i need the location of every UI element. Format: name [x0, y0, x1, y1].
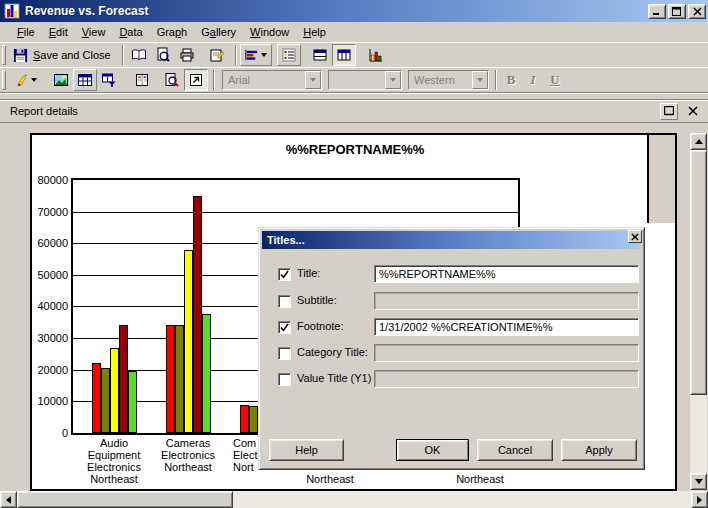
value-title-y1-checkbox[interactable]: [278, 373, 291, 386]
format-pen-button[interactable]: [9, 69, 41, 91]
font-family-combo[interactable]: Arial: [222, 70, 322, 90]
open-book-icon: [131, 47, 147, 63]
layout-columns-icon: [336, 47, 352, 63]
field-chooser-button[interactable]: [277, 44, 301, 66]
panel-maximize-button[interactable]: [660, 103, 678, 120]
layout-rows-icon: [312, 47, 328, 63]
window-titlebar[interactable]: Revenue vs. Forecast: [0, 0, 708, 22]
menu-item-graph[interactable]: Graph: [150, 23, 195, 41]
toolbar-grip[interactable]: [2, 45, 6, 65]
open-book-button[interactable]: [127, 44, 151, 66]
save-and-close-label: Save and Close: [33, 49, 111, 61]
font-family-dropdown[interactable]: [305, 71, 321, 89]
menu-bar: FileEditViewDataGraphGalleryWindowHelp: [0, 22, 708, 42]
horizontal-scrollbar[interactable]: [0, 491, 708, 508]
underline-button[interactable]: U: [544, 69, 566, 91]
category-title-input: [374, 344, 639, 362]
data-grid-icon: [77, 72, 93, 88]
ok-button[interactable]: OK: [396, 439, 469, 461]
italic-button[interactable]: I: [522, 69, 544, 91]
chart-type-icon: [244, 48, 259, 63]
category-label-northeast-2: Northeast: [440, 473, 520, 485]
y-tick-20000: 20000: [30, 364, 68, 376]
y-tick-50000: 50000: [30, 269, 68, 281]
menu-item-gallery[interactable]: Gallery: [194, 23, 243, 41]
vertical-scroll-thumb[interactable]: [690, 150, 707, 395]
script-dropdown[interactable]: [472, 71, 488, 89]
menu-item-window[interactable]: Window: [243, 23, 296, 41]
horizontal-scroll-thumb[interactable]: [17, 491, 233, 508]
insert-graph-button[interactable]: [364, 44, 388, 66]
dialog-titlebar[interactable]: Titles...: [262, 231, 641, 249]
title-checkbox[interactable]: [278, 268, 291, 281]
script-combo[interactable]: Western: [408, 70, 489, 90]
footnote-input[interactable]: 1/31/2002 %%CREATIONTIME%%: [374, 318, 639, 336]
report-properties-button[interactable]: [205, 44, 229, 66]
zoom-page-icon: [164, 72, 180, 88]
panel-title: Report details: [10, 105, 654, 117]
scroll-left-button[interactable]: [0, 491, 17, 508]
zoom-page-button[interactable]: [160, 69, 184, 91]
y-tick-40000: 40000: [30, 300, 68, 312]
filter-grid-button[interactable]: [97, 69, 121, 91]
print-preview-icon: [155, 47, 171, 63]
y-tick-60000: 60000: [30, 237, 68, 249]
scroll-right-button[interactable]: [691, 491, 708, 508]
record-book-button[interactable]: [130, 69, 154, 91]
value-title-y1-input: [374, 370, 639, 388]
bold-button[interactable]: B: [500, 69, 522, 91]
chevron-down-icon: [390, 78, 396, 82]
close-icon: [693, 7, 702, 16]
layout-rows-button[interactable]: [308, 44, 332, 66]
footnote-label: Footnote:: [297, 320, 343, 332]
panel-close-button[interactable]: [684, 103, 702, 120]
insert-picture-button[interactable]: [49, 69, 73, 91]
category-label-northeast-1: Northeast: [290, 473, 370, 485]
apply-button[interactable]: Apply: [561, 439, 637, 461]
category-title-checkbox[interactable]: [278, 347, 291, 360]
dialog-close-button[interactable]: [628, 230, 642, 243]
close-button[interactable]: [688, 4, 706, 19]
menu-item-data[interactable]: Data: [112, 23, 149, 41]
print-button[interactable]: [175, 44, 199, 66]
save-and-close-button[interactable]: Save and Close: [9, 44, 119, 66]
print-preview-button[interactable]: [151, 44, 175, 66]
footnote-checkbox[interactable]: [278, 321, 291, 334]
maximize-icon: [672, 7, 682, 16]
maximize-button[interactable]: [668, 4, 686, 19]
report-details-header: Report details: [0, 99, 708, 122]
filter-grid-icon: [101, 72, 117, 88]
toolbar-separator: [495, 70, 497, 90]
y-tick-80000: 80000: [30, 174, 68, 186]
category-title-label: Category Title:: [297, 346, 368, 358]
data-grid-button[interactable]: [73, 69, 97, 91]
font-size-dropdown[interactable]: [385, 71, 401, 89]
chart-title: %%REPORTNAME%%: [130, 142, 580, 157]
toolbar-grip[interactable]: [2, 70, 6, 90]
open-window-button[interactable]: [184, 69, 208, 91]
titles-dialog: Titles... Title:%%REPORTNAME%%Subtitle:F…: [258, 227, 645, 470]
menu-item-help[interactable]: Help: [296, 23, 333, 41]
scroll-down-button[interactable]: [690, 473, 707, 490]
print-icon: [179, 47, 195, 63]
scroll-up-button[interactable]: [690, 133, 707, 150]
font-size-combo[interactable]: [328, 70, 402, 90]
toolbar-separator: [122, 45, 124, 65]
menu-item-file[interactable]: File: [10, 23, 42, 41]
menu-item-view[interactable]: View: [75, 23, 113, 41]
title-input[interactable]: %%REPORTNAME%%: [374, 265, 639, 283]
application-window: Revenue vs. Forecast FileEditViewDataGra…: [0, 0, 708, 508]
layout-columns-button[interactable]: [332, 44, 356, 66]
font-family-value: Arial: [228, 74, 250, 86]
window-title: Revenue vs. Forecast: [25, 4, 646, 18]
subtitle-checkbox[interactable]: [278, 295, 291, 308]
toolbar-separator: [235, 45, 237, 65]
open-window-icon: [188, 72, 204, 88]
minimize-button[interactable]: [648, 4, 666, 19]
chart-type-button[interactable]: [240, 44, 272, 66]
menu-item-edit[interactable]: Edit: [42, 23, 75, 41]
insert-graph-icon: [368, 47, 384, 63]
help-button[interactable]: Help: [269, 439, 344, 461]
cancel-button[interactable]: Cancel: [477, 439, 553, 461]
vertical-scrollbar[interactable]: [690, 133, 707, 490]
